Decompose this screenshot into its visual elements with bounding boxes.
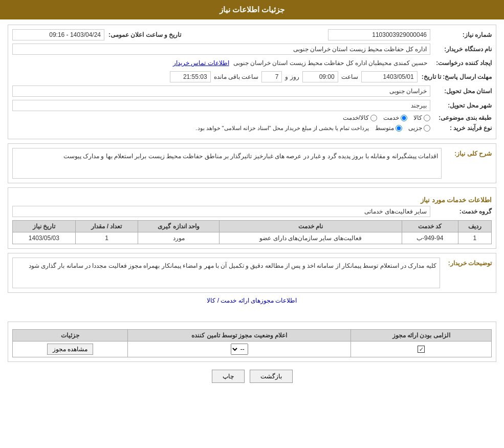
permit-cell-status: -- [128, 342, 351, 357]
province-value: خراسان جنوبی [12, 86, 430, 97]
cell-unit: مورد [138, 232, 220, 244]
send-days-label: روز و [285, 73, 299, 80]
back-button[interactable]: بازگشت [250, 370, 293, 383]
province-label: استان محل تحویل: [430, 88, 492, 95]
city-label: شهر محل تحویل: [430, 102, 492, 109]
send-time-label: ساعت [341, 73, 358, 80]
cell-quantity: 1 [75, 232, 138, 244]
category-label: طبقه بندی موضوعی: [430, 114, 492, 121]
buyer-desc-value: کلیه مدارک در استعلام توسط پیمانکار از س… [12, 258, 440, 288]
category-radio-group: کالا خدمت کالا/خدمت [343, 114, 430, 121]
permit-col-status: اعلام وضعیت مجوز توسط تامین کننده [128, 330, 351, 342]
cell-service-code: 949-94-ب [402, 232, 458, 244]
page-title: جزئیات اطلاعات نیاز [220, 5, 284, 14]
send-date-value: 1403/05/01 [361, 71, 418, 82]
contact-info-link[interactable]: اطلاعات تماس خریدار [173, 59, 229, 67]
permit-cell-details: مشاهده مجوز [13, 342, 128, 357]
city-value: بیرجند [12, 100, 430, 111]
cell-service-name: فعالیت‌های سایر سازمان‌های دارای عضو [220, 232, 402, 244]
print-button[interactable]: چاپ [212, 370, 245, 383]
services-info-title: اطلاعات خدمات مورد نیاز [12, 196, 492, 204]
purchase-type-label: نوع فرآیند خرید : [430, 124, 492, 132]
col-service-code: کد خدمت [402, 221, 458, 232]
bottom-buttons: بازگشت چاپ [8, 370, 496, 383]
permit-table: الزامی بودن ارائه مجوز اعلام وضعیت مجوز … [12, 329, 492, 357]
remaining-label: ساعت باقی مانده [214, 73, 259, 80]
col-quantity: تعداد / مقدار [75, 221, 138, 232]
table-row: 1 949-94-ب فعالیت‌های سایر سازمان‌های دا… [13, 232, 492, 244]
need-desc-label: شرح کلی نیاز: [446, 148, 492, 157]
service-group-value: سایر فعالیت‌های خدماتی [12, 206, 430, 217]
buyer-org-value: اداره کل حفاظت محیط زیست استان خراسان جن… [12, 44, 430, 55]
permit-col-details: جزئیات [13, 330, 128, 342]
cell-row-num: 1 [458, 232, 491, 244]
col-service-name: نام خدمت [220, 221, 402, 232]
category-option-kala[interactable]: کالا [413, 114, 430, 121]
purchase-type-jozi[interactable]: جزیی [408, 124, 430, 132]
permit-section-title: اطلاعات مجوزهای ارائه خدمت / کالا [8, 297, 496, 304]
purchase-type-radio-group: جزیی متوسط [375, 124, 430, 132]
col-date: تاریخ نیاز [13, 221, 76, 232]
permit-col-required: الزامی بودن ارائه مجوز [351, 330, 492, 342]
cell-date: 1403/05/03 [13, 232, 76, 244]
need-number-label: شماره نیاز: [430, 31, 492, 38]
need-number-value: 1103003929000046 [328, 29, 430, 40]
announce-datetime-label: تاریخ و ساعت اعلان عمومی: [104, 31, 181, 38]
need-desc-value: اقدامات پیشگیرانه و مقابله با بروز پدیده… [12, 148, 442, 179]
purchase-type-motavasset[interactable]: متوسط [375, 124, 402, 132]
announce-datetime-value: 1403/04/24 - 09:16 [12, 29, 104, 40]
send-date-label: مهلت ارسال پاسخ: تا تاریخ: [418, 73, 492, 80]
service-group-label: گروه خدمت: [430, 208, 492, 215]
category-option-khedmat[interactable]: خدمت [383, 114, 407, 121]
send-time-value: 09:00 [302, 71, 338, 82]
send-days-value: 7 [261, 71, 282, 82]
view-permit-button[interactable]: مشاهده مجوز [47, 344, 93, 355]
category-option-kala-khedmat[interactable]: کالا/خدمت [343, 114, 377, 121]
remaining-value: 21:55:03 [170, 71, 211, 82]
buyer-desc-label: توضیحات خریدار: [444, 258, 492, 267]
page-header: جزئیات اطلاعات نیاز [0, 0, 504, 19]
col-row-num: ردیف [458, 221, 491, 232]
creator-name: حسین کمندی محیطبان اداره کل حفاظت محیط ز… [233, 59, 427, 67]
buyer-org-label: نام دستگاه خریدار: [430, 46, 492, 53]
col-unit: واحد اندازه گیری [138, 221, 220, 232]
creator-label: ایجاد کننده درخواست: [430, 59, 492, 67]
services-table: ردیف کد خدمت نام خدمت واحد اندازه گیری ت… [12, 220, 492, 244]
purchase-type-note: پرداخت تمام یا بخشی از مبلغ خریدار محل "… [195, 125, 369, 132]
permit-table-row: ✓ -- مشاهده مجوز [13, 342, 492, 357]
permit-cell-required: ✓ [351, 342, 492, 357]
